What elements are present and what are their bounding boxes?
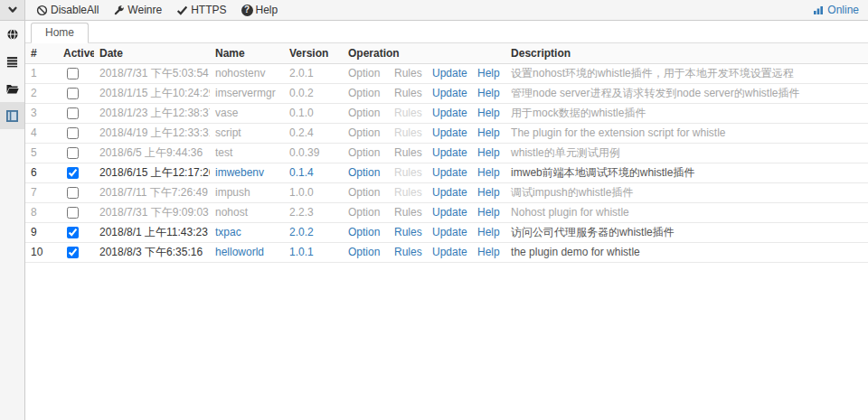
op-help-link[interactable]: Help	[477, 146, 500, 159]
op-rules-link[interactable]: Rules	[394, 87, 422, 99]
op-rules-link[interactable]: Rules	[394, 246, 422, 258]
active-checkbox[interactable]	[67, 207, 79, 219]
op-option-link[interactable]: Option	[348, 226, 380, 238]
menu-item-https[interactable]: HTTPS	[169, 4, 233, 16]
plugin-date: 2018/7/31 下午9:09:03	[99, 206, 209, 219]
op-option-link[interactable]: Option	[348, 126, 380, 139]
op-update-link[interactable]: Update	[432, 67, 467, 79]
plugin-name-link[interactable]: test	[215, 146, 232, 159]
op-option-link[interactable]: Option	[348, 206, 380, 219]
op-help-link[interactable]: Help	[477, 166, 500, 179]
op-rules-link[interactable]: Rules	[394, 146, 422, 159]
plugins-table-body: 1 2018/7/31 下午5:03:54 nohostenv 2.0.1 Op…	[25, 63, 868, 262]
active-checkbox[interactable]	[67, 68, 79, 79]
op-rules-link[interactable]: Rules	[394, 186, 422, 199]
plugin-version-link[interactable]: 1.0.1	[289, 246, 314, 258]
plugin-version-link[interactable]: 0.1.0	[289, 107, 314, 119]
plugin-index: 3	[31, 107, 37, 119]
plugin-index: 4	[31, 126, 37, 139]
active-checkbox[interactable]	[67, 227, 79, 238]
plugin-description: the plugin demo for whistle	[511, 246, 640, 258]
plugin-date: 2018/7/11 下午7:26:49	[99, 186, 208, 199]
plugin-name-link[interactable]: nohost	[215, 206, 248, 219]
op-help-link[interactable]: Help	[477, 246, 500, 258]
op-option-link[interactable]: Option	[348, 186, 380, 199]
op-help-link[interactable]: Help	[477, 87, 500, 99]
plugin-name-link[interactable]: script	[215, 126, 241, 139]
plugin-version-link[interactable]: 1.0.0	[289, 186, 314, 199]
plugin-name-link[interactable]: helloworld	[215, 246, 264, 258]
plugin-index: 10	[31, 246, 42, 258]
table-row: 3 2018/1/23 上午12:38:37 vase 0.1.0 Option…	[25, 103, 868, 123]
plugin-version-link[interactable]: 2.0.1	[289, 67, 314, 79]
op-update-link[interactable]: Update	[432, 87, 467, 99]
tab-home[interactable]: Home	[31, 23, 89, 43]
plugin-version-link[interactable]: 0.2.4	[289, 126, 314, 139]
op-help-link[interactable]: Help	[477, 186, 500, 199]
table-row: 4 2018/4/19 上午12:33:31 script 0.2.4 Opti…	[25, 123, 868, 143]
sidebar-item-values[interactable]	[0, 75, 24, 102]
online-status[interactable]: Online	[813, 0, 868, 20]
collapse-menu-button[interactable]	[0, 0, 25, 20]
plugin-name-link[interactable]: nohostenv	[215, 67, 265, 79]
plugin-version-link[interactable]: 0.0.39	[289, 146, 319, 159]
op-rules-link[interactable]: Rules	[394, 206, 422, 219]
plugin-name-link[interactable]: imservermgr	[215, 87, 276, 99]
globe-icon	[6, 28, 19, 41]
plugin-description: whistle的单元测试用例	[511, 146, 620, 159]
plugin-version-link[interactable]: 2.2.3	[289, 206, 314, 219]
table-header-row: # Active Date Name Version Operation Des…	[25, 43, 868, 63]
sidebar-item-plugins[interactable]	[0, 102, 24, 129]
menu-item-help[interactable]: ? Help	[234, 4, 286, 16]
op-rules-link[interactable]: Rules	[394, 226, 422, 238]
active-checkbox[interactable]	[67, 187, 79, 199]
op-update-link[interactable]: Update	[432, 126, 467, 139]
plugin-version-link[interactable]: 0.1.4	[289, 166, 314, 179]
active-checkbox[interactable]	[67, 247, 79, 258]
plugin-index: 8	[31, 206, 37, 219]
op-rules-link[interactable]: Rules	[394, 67, 422, 79]
op-help-link[interactable]: Help	[477, 206, 500, 219]
op-update-link[interactable]: Update	[432, 146, 467, 159]
menu-item-weinre[interactable]: Weinre	[106, 4, 169, 16]
plugin-version-link[interactable]: 2.0.2	[289, 226, 314, 238]
op-rules-link[interactable]: Rules	[394, 126, 422, 139]
op-help-link[interactable]: Help	[477, 126, 500, 139]
op-help-link[interactable]: Help	[477, 67, 500, 79]
active-checkbox[interactable]	[67, 147, 79, 159]
op-rules-link[interactable]: Rules	[394, 166, 422, 179]
sidebar	[0, 21, 25, 420]
menu-item-disableall[interactable]: DisableAll	[29, 4, 106, 16]
op-update-link[interactable]: Update	[432, 206, 467, 219]
op-option-link[interactable]: Option	[348, 146, 380, 159]
op-option-link[interactable]: Option	[348, 107, 380, 119]
sidebar-item-network[interactable]	[0, 21, 24, 48]
plugin-name-link[interactable]: txpac	[215, 226, 241, 238]
op-update-link[interactable]: Update	[432, 107, 467, 119]
plugin-date: 2018/6/15 上午12:17:26	[99, 166, 210, 179]
op-help-link[interactable]: Help	[477, 107, 500, 119]
plugin-name-link[interactable]: vase	[215, 107, 238, 119]
plugin-version-link[interactable]: 0.0.2	[289, 87, 314, 99]
op-update-link[interactable]: Update	[432, 186, 467, 199]
sidebar-item-rules[interactable]	[0, 48, 24, 75]
plugin-description: 设置nohost环境的whistle插件，用于本地开发环境设置远程	[511, 67, 794, 79]
wrench-icon	[113, 5, 125, 16]
op-rules-link[interactable]: Rules	[394, 107, 422, 119]
op-update-link[interactable]: Update	[432, 226, 467, 238]
op-option-link[interactable]: Option	[348, 166, 380, 179]
plugin-description: 调试impush的whistle插件	[511, 186, 633, 199]
op-help-link[interactable]: Help	[477, 226, 500, 238]
active-checkbox[interactable]	[67, 107, 79, 119]
op-update-link[interactable]: Update	[432, 166, 467, 179]
op-update-link[interactable]: Update	[432, 246, 467, 258]
op-option-link[interactable]: Option	[348, 87, 380, 99]
op-option-link[interactable]: Option	[348, 246, 380, 258]
tab-label: Home	[45, 26, 74, 39]
op-option-link[interactable]: Option	[348, 67, 380, 79]
active-checkbox[interactable]	[67, 127, 79, 139]
plugin-name-link[interactable]: imwebenv	[215, 166, 264, 179]
active-checkbox[interactable]	[67, 167, 79, 179]
active-checkbox[interactable]	[67, 88, 79, 99]
plugin-name-link[interactable]: impush	[215, 186, 250, 199]
